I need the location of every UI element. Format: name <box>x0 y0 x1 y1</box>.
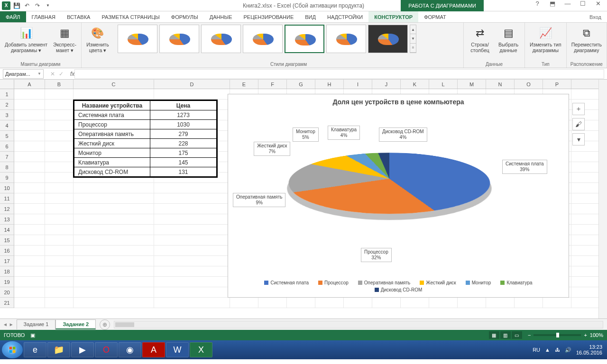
tray-lang[interactable]: RU <box>533 347 540 353</box>
close-icon[interactable]: ✕ <box>593 0 603 7</box>
signin-link[interactable]: Вход <box>584 11 607 22</box>
tab-данные[interactable]: ДАННЫЕ <box>204 11 238 22</box>
tab-рецензирование[interactable]: РЕЦЕНЗИРОВАНИЕ <box>238 11 299 22</box>
taskbar-ie-icon[interactable]: e <box>24 342 46 357</box>
col-header[interactable]: I <box>344 80 372 89</box>
help-icon[interactable]: ? <box>532 0 543 7</box>
chart-style-thumb[interactable] <box>159 25 199 53</box>
formula-input[interactable] <box>74 69 604 79</box>
tab-file[interactable]: ФАЙЛ <box>0 11 26 22</box>
macro-record-icon[interactable]: ▣ <box>30 332 35 338</box>
new-sheet-button[interactable]: ⊕ <box>100 319 110 330</box>
chart-style-thumb[interactable] <box>326 25 366 53</box>
row-header[interactable]: 7 <box>0 152 14 162</box>
chart-object[interactable]: Доля цен устройств в цене компьютера Сис… <box>228 94 569 298</box>
row-header[interactable]: 9 <box>0 173 14 183</box>
sheet-tab[interactable]: Задание 1 <box>17 319 56 329</box>
table-row[interactable]: Клавиатура145 <box>74 158 217 167</box>
chart-title[interactable]: Доля цен устройств в цене компьютера <box>228 94 569 108</box>
chart-data-label[interactable]: Монитор5% <box>293 127 319 142</box>
row-header[interactable]: 20 <box>0 287 14 298</box>
legend-item[interactable]: Жесткий диск <box>420 280 456 285</box>
view-page-layout-button[interactable]: ▥ <box>500 331 511 339</box>
start-button[interactable] <box>2 341 23 358</box>
col-header[interactable]: P <box>543 80 571 89</box>
row-header[interactable]: 16 <box>0 246 14 256</box>
taskbar-chrome-icon[interactable]: ◉ <box>119 342 141 357</box>
view-page-break-button[interactable]: ▭ <box>512 331 522 339</box>
add-chart-element-button[interactable]: 📊 Добавить элемент диаграммы ▾ <box>4 25 48 54</box>
switch-row-col-button[interactable]: ⇄ Строка/ столбец <box>468 25 492 54</box>
chart-style-thumb[interactable] <box>118 25 157 53</box>
table-row[interactable]: Оперативная память279 <box>74 129 217 139</box>
col-header[interactable]: F <box>258 80 287 89</box>
chart-filters-button[interactable]: ▾ <box>572 133 585 146</box>
taskbar-acrobat-icon[interactable]: A <box>142 342 165 357</box>
row-header[interactable]: 2 <box>0 100 14 110</box>
row-header[interactable]: 3 <box>0 110 14 120</box>
chart-data-label[interactable]: Оперативная память9% <box>233 193 285 207</box>
chart-style-thumb[interactable] <box>368 25 408 53</box>
legend-item[interactable]: Клавиатура <box>500 280 532 285</box>
tab-вставка[interactable]: ВСТАВКА <box>61 11 96 22</box>
row-header[interactable]: 19 <box>0 277 14 287</box>
taskbar-word-icon[interactable]: W <box>166 342 189 357</box>
table-row[interactable]: Процессор1030 <box>74 120 217 129</box>
tab-формат[interactable]: ФОРМАТ <box>418 11 452 22</box>
enter-icon[interactable]: ✓ <box>59 71 64 77</box>
select-all-triangle[interactable] <box>0 80 14 89</box>
gallery-scroll[interactable]: ▲▼≡ <box>410 25 416 53</box>
row-header[interactable]: 1 <box>0 89 14 100</box>
legend-item[interactable]: Дисковод CD-ROM <box>375 287 423 292</box>
row-header[interactable]: 6 <box>0 141 14 152</box>
tab-надстройки[interactable]: НАДСТРОЙКИ <box>322 11 368 22</box>
vertical-scrollbar[interactable] <box>598 80 607 318</box>
qat-customize-icon[interactable]: ▼ <box>44 1 52 10</box>
row-header[interactable]: 11 <box>0 193 14 204</box>
zoom-value[interactable]: 100% <box>590 332 603 338</box>
excel-icon[interactable]: X <box>2 1 10 10</box>
chart-plot-area[interactable]: Системная плата39%Процессор32%Оперативна… <box>228 108 569 259</box>
horizontal-scrollbar[interactable] <box>114 321 603 328</box>
legend-item[interactable]: Монитор <box>466 280 491 285</box>
name-box[interactable]: Диаграм... ▼ <box>3 69 44 79</box>
tab-конструктор[interactable]: КОНСТРУКТОР <box>368 11 418 22</box>
taskbar-excel-icon[interactable]: X <box>190 342 212 357</box>
col-header[interactable]: K <box>401 80 429 89</box>
taskbar-media-icon[interactable]: ▶ <box>71 342 94 357</box>
minimize-icon[interactable]: — <box>562 0 573 7</box>
row-header[interactable]: 10 <box>0 183 14 193</box>
undo-icon[interactable]: ↶ <box>23 1 31 10</box>
row-header[interactable]: 18 <box>0 266 14 277</box>
chart-elements-button[interactable]: ＋ <box>572 103 585 115</box>
save-icon[interactable]: 💾 <box>12 1 21 10</box>
fx-icon[interactable]: fx <box>67 71 74 77</box>
table-row[interactable]: Дисковод CD-ROM131 <box>74 167 217 177</box>
col-header[interactable]: E <box>230 80 258 89</box>
change-colors-button[interactable]: 🎨 Изменить цвета ▾ <box>85 25 110 54</box>
view-normal-button[interactable]: ▦ <box>489 331 499 339</box>
zoom-in-button[interactable]: + <box>584 332 587 338</box>
select-data-button[interactable]: ▤ Выбрать данные <box>496 25 521 54</box>
tab-формулы[interactable]: ФОРМУЛЫ <box>166 11 204 22</box>
legend-item[interactable]: Процессор <box>318 280 349 285</box>
col-header[interactable]: C <box>74 80 154 89</box>
tab-вид[interactable]: ВИД <box>299 11 322 22</box>
tray-network-icon[interactable]: 🖧 <box>555 347 560 353</box>
col-header[interactable]: B <box>45 80 74 89</box>
row-header[interactable]: 15 <box>0 235 14 246</box>
row-header[interactable]: 5 <box>0 131 14 141</box>
chart-styles-button[interactable]: 🖌 <box>572 118 585 130</box>
row-header[interactable]: 4 <box>0 120 14 131</box>
row-header[interactable]: 21 <box>0 298 14 308</box>
cancel-icon[interactable]: ✕ <box>50 71 55 77</box>
chart-style-thumb[interactable] <box>243 25 283 53</box>
chart-style-thumb-selected[interactable] <box>285 25 324 53</box>
table-row[interactable]: Жесткий диск228 <box>74 139 217 148</box>
chart-data-label[interactable]: Жесткий диск7% <box>254 142 290 156</box>
col-header[interactable]: G <box>287 80 315 89</box>
chart-data-label[interactable]: Системная плата39% <box>502 160 547 174</box>
col-header[interactable]: M <box>458 80 486 89</box>
tab-разметка страницы[interactable]: РАЗМЕТКА СТРАНИЦЫ <box>96 11 165 22</box>
redo-icon[interactable]: ↷ <box>33 1 42 10</box>
